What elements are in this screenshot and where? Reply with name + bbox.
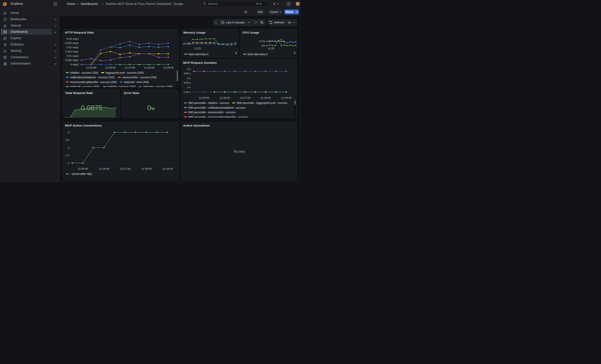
svg-text:12:28:00: 12:28:00 [141, 167, 152, 170]
svg-text:12:27:00: 12:27:00 [120, 167, 130, 170]
svg-text:1: 1 [68, 162, 69, 165]
svg-text:12:26:00: 12:26:00 [105, 66, 116, 69]
svg-text:4 s: 4 s [187, 77, 190, 79]
svg-text:12:27:00: 12:27:00 [240, 96, 250, 99]
svg-text:0.0875: 0.0875 [81, 104, 102, 111]
svg-text:?: ? [288, 3, 289, 5]
svg-text:0%: 0% [261, 44, 265, 47]
svg-text:12:25: 12:25 [194, 47, 201, 50]
svg-text:12:29:00: 12:29:00 [162, 167, 173, 170]
svg-text:0.005 req/s: 0.005 req/s [65, 59, 79, 62]
svg-text:12:28:00: 12:28:00 [144, 66, 154, 69]
svg-text:0 req/s: 0 req/s [70, 63, 79, 66]
svg-text:0.2%: 0.2% [259, 40, 265, 43]
svg-text:2.5: 2.5 [66, 138, 69, 141]
svg-text:16 MiB: 16 MiB [183, 42, 191, 45]
svg-text:12:25:00: 12:25:00 [199, 96, 209, 99]
svg-text:2.50 s: 2.50 s [183, 90, 191, 93]
svg-text:5 s: 5 s [187, 67, 190, 70]
svg-text:3 s: 3 s [187, 86, 190, 89]
svg-text:12:28:00: 12:28:00 [260, 96, 271, 99]
svg-text:3: 3 [68, 131, 69, 134]
svg-text:4.50 s: 4.50 s [183, 72, 191, 75]
svg-text:12:25:00: 12:25:00 [86, 66, 97, 69]
svg-text:12:26:00: 12:26:00 [219, 96, 230, 99]
svg-text:0%: 0% [147, 104, 155, 111]
svg-text:12:29:00: 12:29:00 [163, 66, 174, 69]
svg-text:12:26:00: 12:26:00 [99, 167, 109, 170]
svg-text:0.01 req/s: 0.01 req/s [67, 54, 79, 57]
svg-text:12:27:00: 12:27:00 [125, 66, 135, 69]
svg-text:0.03 req/s: 0.03 req/s [67, 37, 79, 40]
svg-text:0.015 req/s: 0.015 req/s [65, 50, 79, 53]
svg-text:12:29:00: 12:29:00 [281, 96, 291, 99]
svg-text:12:25:00: 12:25:00 [78, 167, 88, 170]
svg-text:12:25: 12:25 [268, 47, 274, 50]
svg-text:0.025 req/s: 0.025 req/s [65, 41, 79, 45]
svg-text:1.5: 1.5 [66, 154, 69, 157]
svg-text:3.50 s: 3.50 s [183, 81, 191, 84]
svg-text:0.02 req/s: 0.02 req/s [67, 46, 79, 49]
svg-text:2: 2 [68, 146, 69, 149]
